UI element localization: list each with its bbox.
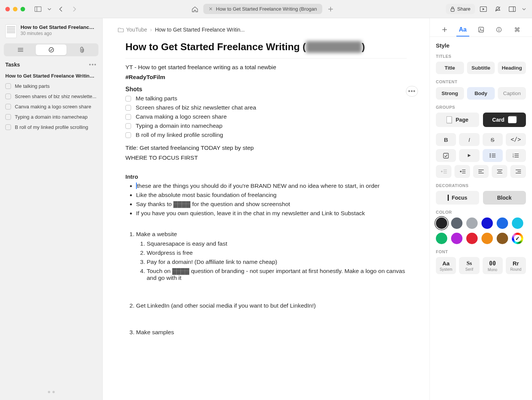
- editor[interactable]: YouTube › How to Get Started Freelance W…: [103, 18, 429, 400]
- note-card[interactable]: How to Get Started Freelance Wr... 30 mi…: [4, 22, 98, 42]
- italic-button[interactable]: I: [459, 133, 479, 146]
- align-left-button[interactable]: [473, 165, 489, 178]
- home-icon[interactable]: [190, 4, 200, 14]
- nav-forward-icon[interactable]: [69, 4, 80, 14]
- checkbox-icon[interactable]: [125, 114, 131, 120]
- attachments-view-tab[interactable]: [66, 44, 97, 55]
- bullet-list-button[interactable]: [483, 149, 503, 162]
- group-card-button[interactable]: Card: [483, 113, 526, 127]
- indent-button[interactable]: [454, 165, 470, 178]
- font-serif-button[interactable]: SsSerif: [459, 257, 479, 274]
- chevron-down-icon[interactable]: [46, 4, 52, 14]
- color-swatch[interactable]: [451, 217, 462, 229]
- color-swatch[interactable]: [497, 217, 508, 229]
- color-swatch[interactable]: [497, 233, 508, 244]
- intro-heading[interactable]: Intro: [125, 173, 407, 180]
- todo-item[interactable]: Screen shares of biz shiz newsletter cha…: [125, 104, 407, 111]
- font-mono-button[interactable]: 00Mono: [483, 257, 503, 274]
- nav-back-icon[interactable]: [55, 4, 66, 14]
- checkbox-icon[interactable]: [125, 123, 131, 129]
- block-more-icon[interactable]: •••: [406, 86, 418, 97]
- list-item[interactable]: Get LinkedIn (and other social media if …: [136, 300, 407, 311]
- checkbox-icon[interactable]: [5, 94, 11, 99]
- tasks-more-icon[interactable]: •••: [89, 62, 97, 68]
- color-swatch[interactable]: [466, 233, 478, 244]
- list-item[interactable]: Squaresapace is easy and fast: [147, 239, 407, 248]
- bullet-list[interactable]: these are the things you should do if yo…: [125, 181, 407, 218]
- close-tab-icon[interactable]: ✕: [209, 6, 213, 12]
- align-center-button[interactable]: [492, 165, 507, 178]
- share-button[interactable]: Share: [446, 4, 475, 14]
- list-item[interactable]: Make samples: [136, 327, 407, 338]
- color-swatch[interactable]: [451, 233, 462, 244]
- bold-button[interactable]: B: [436, 133, 456, 146]
- color-swatch[interactable]: [436, 217, 447, 229]
- zoom-window[interactable]: [21, 7, 25, 11]
- new-tab-icon[interactable]: [325, 4, 336, 14]
- outline-view-tab[interactable]: [5, 44, 36, 55]
- list-item[interactable]: these are the things you should do if yo…: [136, 181, 407, 190]
- align-right-button[interactable]: [510, 165, 526, 178]
- style-caption-button[interactable]: Caption: [498, 87, 526, 100]
- style-body-button[interactable]: Body: [467, 87, 495, 100]
- todo-item[interactable]: Canva making a logo screen share: [125, 113, 407, 120]
- outdent-button[interactable]: [436, 165, 451, 178]
- group-page-button[interactable]: Page: [436, 113, 479, 127]
- close-window[interactable]: [5, 7, 10, 11]
- toggle-inspector-icon[interactable]: [507, 4, 518, 14]
- chevron-down-icon[interactable]: [521, 4, 527, 14]
- checkbox-icon[interactable]: [5, 114, 11, 120]
- shortcuts-tab-icon[interactable]: ⌘: [511, 24, 524, 37]
- decoration-focus-button[interactable]: Focus: [436, 191, 479, 205]
- checkbox-icon[interactable]: [5, 83, 11, 89]
- info-tab-icon[interactable]: [492, 24, 505, 37]
- list-item[interactable]: Make a website Squaresapace is easy and …: [136, 229, 407, 285]
- minimize-window[interactable]: [13, 7, 17, 11]
- checkbox-icon[interactable]: [125, 105, 131, 111]
- media-tab-icon[interactable]: [475, 24, 488, 37]
- list-item[interactable]: Wordpress is free: [147, 248, 407, 257]
- task-item[interactable]: Canva making a logo screen share: [5, 102, 97, 111]
- style-strong-button[interactable]: Strong: [436, 87, 464, 100]
- tasks-view-tab[interactable]: [36, 44, 66, 55]
- paragraph[interactable]: Title: Get started freelancing TODAY ste…: [125, 144, 407, 151]
- color-swatch[interactable]: [436, 233, 447, 244]
- hashtag[interactable]: #ReadyToFilm: [125, 74, 407, 81]
- color-swatch[interactable]: [481, 233, 493, 244]
- style-subtitle-button[interactable]: Subtitle: [467, 62, 495, 74]
- todo-item[interactable]: B roll of my linked profile scrolling: [125, 132, 407, 138]
- task-item[interactable]: Typing a domain into namecheap: [5, 113, 97, 121]
- numbered-list[interactable]: Make a website Squaresapace is easy and …: [125, 229, 407, 338]
- insert-tab-icon[interactable]: [438, 24, 451, 37]
- toggle-list-button[interactable]: [459, 149, 479, 162]
- decoration-block-button[interactable]: Block: [483, 191, 526, 205]
- shots-heading[interactable]: Shots: [125, 86, 407, 93]
- font-system-button[interactable]: AaSystem: [436, 257, 456, 274]
- code-button[interactable]: </>: [506, 133, 526, 146]
- breadcrumb-folder[interactable]: YouTube: [118, 27, 147, 33]
- page-title[interactable]: How to Get Started Freelance Writing (Re…: [125, 41, 365, 53]
- checklist-button[interactable]: [436, 149, 456, 162]
- notifications-off-icon[interactable]: [492, 4, 503, 14]
- font-round-button[interactable]: RrRound: [506, 257, 526, 274]
- toggle-sidebar-icon[interactable]: [33, 4, 43, 14]
- paragraph[interactable]: YT - How to get started freelance writin…: [125, 64, 407, 71]
- checkbox-icon[interactable]: [125, 132, 131, 138]
- task-item[interactable]: B roll of my linked profile scrolling: [5, 123, 97, 132]
- list-item[interactable]: Say thanks to ▓▓▓▓ for the question and …: [136, 200, 407, 209]
- list-item[interactable]: If you have you own quiestion, leave it …: [136, 209, 407, 218]
- list-item[interactable]: Touch on ▓▓▓▓ question of branding - not…: [147, 267, 407, 283]
- style-title-button[interactable]: Title: [436, 62, 464, 74]
- paragraph[interactable]: WHERE TO FOCUS FIRST: [125, 154, 407, 161]
- list-item[interactable]: Pay for a domain! (Do affiliate link to …: [147, 257, 407, 267]
- checkbox-icon[interactable]: [5, 124, 11, 130]
- color-swatch[interactable]: [466, 217, 478, 229]
- task-item[interactable]: Screen shares of biz shiz newslette...: [5, 92, 97, 101]
- checkbox-icon[interactable]: [125, 96, 131, 102]
- play-slideshow-icon[interactable]: [478, 4, 489, 14]
- strike-button[interactable]: S: [483, 133, 503, 146]
- style-tab-icon[interactable]: Aa: [456, 24, 469, 37]
- todo-item[interactable]: Me talking parts: [125, 95, 407, 102]
- todo-item[interactable]: Typing a domain into namecheap: [125, 122, 407, 129]
- color-picker-button[interactable]: [512, 233, 523, 244]
